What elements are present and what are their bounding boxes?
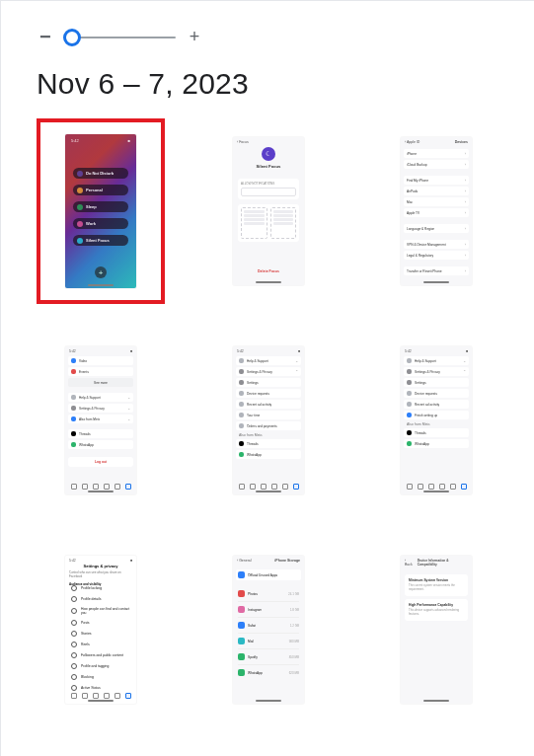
focus-pill-list: Do Not Disturb Personal Sleep Work Silen…: [73, 168, 128, 246]
focus-mode-icon: ☾: [262, 147, 275, 161]
thumbnail-1[interactable]: 5:42■ Do Not Disturb Personal Sleep Work…: [37, 118, 165, 304]
add-focus-icon: +: [95, 266, 107, 278]
thumbnail-7[interactable]: 5:42■ Settings & privacy Control who can…: [37, 537, 165, 722]
thumbnail-grid: 5:42■ Do Not Disturb Personal Sleep Work…: [37, 118, 497, 756]
thumbnail-5[interactable]: 5:42■ Help & Support⌄ Settings & Privacy…: [204, 328, 333, 513]
zoom-slider[interactable]: [65, 29, 176, 46]
thumbnail-6[interactable]: 5:42■ Help & Support⌄ Settings & Privacy…: [372, 328, 500, 513]
back-label: ‹ Focus: [237, 140, 249, 144]
selection-highlight: 5:42■ Do Not Disturb Personal Sleep Work…: [37, 118, 165, 304]
privacy-list: Profile locking Profile details How peop…: [71, 585, 130, 691]
menu-tab-icon: [125, 484, 131, 490]
pill-label: Silent Focus: [86, 238, 110, 243]
thumbnail-9[interactable]: ‹ BackDevice Information & Compatibility…: [372, 537, 500, 722]
thumbnail-2[interactable]: ‹ Focus ☾ Silent Focus ALLOW NOTIFICATIO…: [204, 118, 333, 304]
back-label: ‹ Apple ID: [405, 140, 420, 144]
thumbnail-10[interactable]: ‹ GeneraliPhone Storage Offload Unused A…: [37, 746, 165, 756]
slider-thumb[interactable]: [63, 29, 81, 46]
zoom-in-button[interactable]: +: [190, 27, 200, 47]
menu-list: Video Events See more Help & Support⌄ Se…: [68, 356, 133, 467]
screen-title: Device Information & Compatibility: [418, 559, 468, 567]
screen-title: Devices: [455, 140, 468, 144]
storage-list: Offload Unused Apps Photos24.1 GB Instag…: [236, 569, 301, 678]
logout-button: Log out: [68, 457, 133, 467]
screen-title: Settings & privacy: [65, 564, 136, 568]
thumbnail-8[interactable]: ‹ GeneraliPhone Storage Offload Unused A…: [204, 537, 333, 722]
status-time: 5:42: [71, 138, 79, 143]
pill-label: Do Not Disturb: [86, 171, 114, 176]
pill-label: Personal: [86, 188, 103, 192]
delete-focus: Delete Focus: [233, 269, 304, 273]
back-label: ‹ General: [237, 559, 252, 563]
app-icon: [238, 571, 245, 578]
menu-list: Help & Support⌄ Settings & Privacy⌃ Sett…: [236, 356, 301, 459]
see-more: See more: [94, 381, 108, 385]
status-battery: ■: [128, 138, 130, 143]
thumbnail-4[interactable]: 5:42■ Video Events See more Help & Suppo…: [37, 328, 165, 513]
pill-label: Sleep: [86, 204, 97, 209]
info-cards: Minimum System VersionThe current system…: [401, 571, 472, 621]
zoom-toolbar: − +: [39, 26, 495, 48]
pill-label: Work: [86, 221, 96, 226]
section-header: Also from Meta: [404, 421, 469, 426]
section-header: Also from Meta: [236, 432, 301, 437]
date-range-title: Nov 6 – 7, 2023: [37, 67, 249, 101]
back-label: ‹ Back: [405, 559, 415, 567]
screen-title: iPhone Storage: [274, 559, 300, 563]
section-header: ALLOW NOTIFICATIONS: [241, 182, 296, 186]
settings-list: iPhone› iCloud Backup› Find My iPhone› A…: [404, 149, 469, 275]
zoom-out-button[interactable]: −: [39, 26, 51, 48]
focus-title: Silent Focus: [233, 164, 304, 169]
thumbnail-3[interactable]: ‹ Apple IDDevices iPhone› iCloud Backup›…: [372, 118, 500, 304]
screen-subtitle: Control who can see what you share on Fa…: [69, 570, 132, 578]
menu-list: Help & Support⌄ Settings & Privacy⌃ Sett…: [404, 356, 469, 448]
